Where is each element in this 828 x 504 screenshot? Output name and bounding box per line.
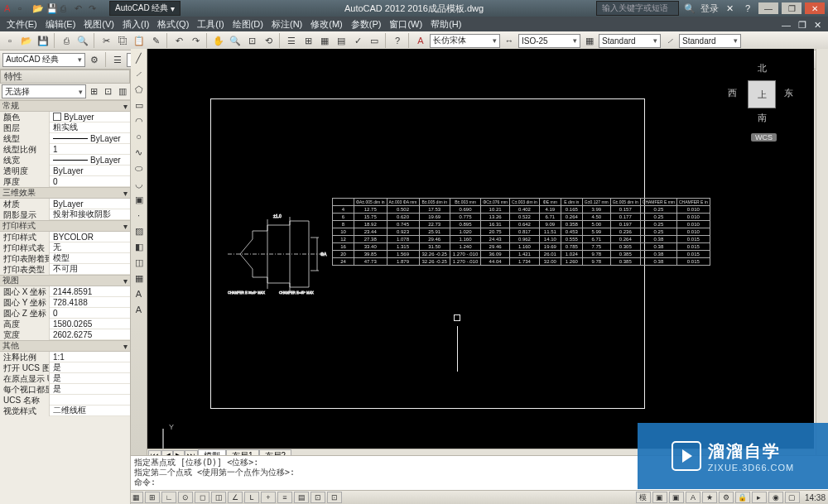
props-section-header[interactable]: 打印样式▾ [0,220,130,232]
modelspace-button[interactable]: 模 [636,492,651,503]
tool-dc-icon[interactable]: ⊞ [301,33,315,48]
props-row[interactable]: 圆心 Z 坐标0 [0,308,130,319]
draw-block-icon[interactable]: ▣ [132,192,147,207]
annovis-icon[interactable]: ★ [702,492,717,503]
props-section-header[interactable]: 视图▾ [0,275,130,286]
pickadd-icon[interactable]: ⊡ [102,85,114,98]
app-icon[interactable]: A [3,2,15,14]
workspace-selector[interactable]: AutoCAD 经典▾ [109,1,181,16]
menu-edit[interactable]: 编辑(E) [42,17,79,31]
props-section-header[interactable]: 其他▾ [0,340,130,352]
props-row[interactable]: 厚度0 [0,176,130,187]
cleanscreen-icon[interactable]: ▢ [785,492,800,503]
tool-undo-icon[interactable]: ↶ [171,33,186,48]
props-row[interactable]: 打开 UCS 图标是 [0,362,130,373]
tool-markup-icon[interactable]: ✓ [350,33,365,48]
tool-redo-icon[interactable]: ↷ [188,33,203,48]
mlstyle-icon[interactable]: ⟋ [662,33,677,48]
hardware-icon[interactable]: ▸ [752,492,767,503]
tpy-button[interactable]: ▤ [294,492,309,503]
tool-open-icon[interactable]: 📂 [19,33,34,48]
model-viewport[interactable]: 北 南 西 东 上 WCS ±1.0 ΦA CHAMFER E 30±5° MA… [147,49,814,449]
menu-file[interactable]: 文件(E) [3,17,41,31]
props-section-header[interactable]: 三维效果▾ [0,187,130,199]
close-button[interactable]: ✕ [805,2,825,14]
isolate-icon[interactable]: ◉ [768,492,783,503]
tool-help2-icon[interactable]: ? [390,33,405,48]
tool-paste-icon[interactable]: 📋 [132,33,147,48]
osnap-button[interactable]: ◻ [195,492,209,503]
props-row[interactable]: 圆心 Y 坐标728.4188 [0,297,130,308]
tablestyle-combo[interactable]: Standard [599,34,661,48]
help-icon[interactable]: ? [740,1,755,16]
menu-format[interactable]: 格式(Q) [154,17,192,31]
draw-hatch-icon[interactable]: ▨ [132,223,147,238]
tool-zoom-icon[interactable]: 🔍 [228,33,243,48]
tool-palette-icon[interactable]: ▦ [317,33,332,48]
polar-button[interactable]: ⊙ [178,492,193,503]
doc-minimize-button[interactable]: — [778,19,794,29]
textstyle-icon[interactable]: A [413,33,428,48]
draw-spline-icon[interactable]: ∿ [132,145,147,160]
draw-point-icon[interactable]: · [132,208,147,223]
tool-sheet-icon[interactable]: ▤ [334,33,349,48]
props-row[interactable]: 线型比例1 [0,144,130,155]
props-row[interactable]: 线宽 ByLayer [0,155,130,166]
props-row[interactable]: 阴影显示投射和接收阴影 [0,209,130,220]
draw-line-icon[interactable]: ╱ [132,50,147,65]
selection-combo[interactable]: 无选择 [2,84,86,98]
search-icon[interactable]: 🔍 [682,1,697,16]
tool-save-icon[interactable]: 💾 [36,33,51,48]
sc-button[interactable]: ⊡ [327,492,342,503]
lwt-button[interactable]: ≡ [277,492,292,503]
props-row[interactable]: 打印表类型不可用 [0,264,130,275]
3dosnap-button[interactable]: ◫ [211,492,226,503]
otrack-button[interactable]: ∠ [228,492,243,503]
props-row[interactable]: 高度1580.0265 [0,319,130,329]
props-row[interactable]: 宽度2602.6275 [0,329,130,340]
menu-window[interactable]: 窗口(W) [386,17,426,31]
draw-table-icon[interactable]: ▦ [132,271,147,286]
tool-calc-icon[interactable]: ▭ [367,33,382,48]
doc-close-button[interactable]: ✕ [811,19,825,29]
vertical-scrollbar[interactable] [816,49,828,455]
props-row[interactable]: 视觉样式二维线框 [0,406,130,416]
layer-manager-icon[interactable]: ☰ [110,52,125,67]
menu-modify[interactable]: 修改(M) [307,17,346,31]
draw-text-icon[interactable]: A [132,286,147,301]
draw-arc-icon[interactable]: ◠ [132,113,147,128]
draw-circle-icon[interactable]: ○ [132,129,147,144]
props-row[interactable]: 每个视口都显...是 [0,384,130,395]
viewcube[interactable]: 北 南 西 东 上 WCS [724,57,799,148]
selectobj-icon[interactable]: ▥ [116,85,128,98]
menu-insert[interactable]: 插入(I) [119,17,152,31]
tool-zoomprev-icon[interactable]: ⟲ [261,33,276,48]
draw-ellipsearc-icon[interactable]: ◡ [132,176,147,191]
textstyle-combo[interactable]: 长仿宋体 [430,34,500,48]
qat-open-icon[interactable]: 📂 [31,2,43,14]
props-row[interactable]: 打印样式BYCOLOR [0,232,130,242]
qp-button[interactable]: ⊡ [310,492,325,503]
menu-parametric[interactable]: 参数(P) [348,17,385,31]
qv-layouts-icon[interactable]: ▣ [652,492,667,503]
quickselect-icon[interactable]: ⊞ [88,85,100,98]
tool-pan-icon[interactable]: ✋ [211,33,226,48]
props-section-header[interactable]: 常规▾ [0,100,130,112]
exchange-icon[interactable]: ✕ [722,1,737,16]
tool-zoomwin-icon[interactable]: ⊡ [244,33,259,48]
draw-polygon-icon[interactable]: ⬠ [132,82,147,97]
menu-help[interactable]: 帮助(H) [427,17,465,31]
tablestyle-icon[interactable]: ▦ [582,33,597,48]
dimstyle-icon[interactable]: ↔ [502,33,517,48]
ws-settings-icon[interactable]: ⚙ [87,52,102,67]
help-search-input[interactable]: 输入关键字或短语 [596,1,679,16]
draw-mtext-icon[interactable]: A [132,302,147,317]
qat-save-icon[interactable]: 💾 [46,2,57,14]
ws-switch-icon[interactable]: ⚙ [719,492,734,503]
qat-redo-icon[interactable]: ↷ [88,2,99,14]
login-link[interactable]: 登录 [700,2,719,15]
tool-plot-icon[interactable]: ⎙ [59,33,74,48]
tool-preview-icon[interactable]: 🔍 [75,33,90,48]
menu-view[interactable]: 视图(V) [80,17,118,31]
props-row[interactable]: 透明度ByLayer [0,166,130,176]
